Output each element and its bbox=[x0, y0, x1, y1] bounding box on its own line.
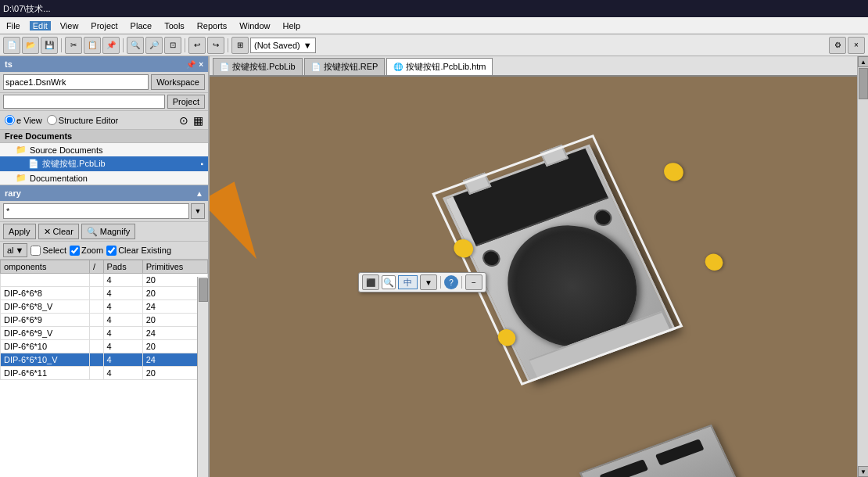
structure-editor-label[interactable]: Structure Editor bbox=[47, 115, 118, 125]
table-row[interactable]: DIP-6*6*8_V 4 24 bbox=[1, 300, 208, 314]
cell-pads: 4 bbox=[103, 274, 142, 287]
cell-pads: 4 bbox=[103, 287, 142, 300]
table-row[interactable]: DIP-6*6*10_V 4 24 bbox=[1, 353, 208, 367]
menu-project[interactable]: Project bbox=[88, 21, 120, 30]
components-table-wrapper: omponents / Pads Primitives 4 20 DIP-6*6… bbox=[0, 260, 208, 477]
apply-button[interactable]: Apply bbox=[3, 224, 36, 239]
structure-editor-radio[interactable] bbox=[47, 115, 57, 125]
workspace-input[interactable] bbox=[3, 74, 149, 90]
ctx-sep2 bbox=[461, 276, 462, 289]
clear-existing-checkbox-label[interactable]: Clear Existing bbox=[106, 246, 171, 256]
ctx-mid-btn[interactable]: 中 bbox=[398, 275, 418, 289]
menu-tools[interactable]: Tools bbox=[161, 21, 188, 30]
lib-search-dropdown[interactable]: ▼ bbox=[191, 203, 205, 219]
cell-pads: 4 bbox=[103, 300, 142, 314]
scrollbar-down-arrow[interactable]: ▼ bbox=[858, 466, 868, 477]
components-table-scroll[interactable]: omponents / Pads Primitives 4 20 DIP-6*6… bbox=[0, 260, 208, 477]
ctx-btn-left[interactable]: ⬛ bbox=[362, 274, 379, 290]
panel-header-icons: 📌 × bbox=[186, 60, 203, 69]
table-row[interactable]: DIP-6*6*11 4 20 bbox=[1, 367, 208, 380]
file-indicator: ▪ bbox=[200, 160, 203, 168]
cut-btn[interactable]: ✂ bbox=[65, 37, 82, 54]
project-input[interactable] bbox=[3, 95, 165, 109]
view-icon1[interactable]: ⊙ bbox=[179, 114, 188, 127]
source-documents-folder[interactable]: 📁 Source Documents bbox=[0, 143, 208, 156]
undo-btn[interactable]: ↩ bbox=[188, 37, 206, 54]
tab-pcblib[interactable]: 📄 按键按钮.PcbLib bbox=[213, 58, 303, 75]
library-expand-icon[interactable]: ▲ bbox=[195, 189, 203, 198]
pad-yellow-2 bbox=[661, 160, 687, 184]
not-saved-dropdown[interactable]: (Not Saved) ▼ bbox=[250, 38, 316, 53]
menu-place[interactable]: Place bbox=[127, 21, 156, 30]
open-btn[interactable]: 📂 bbox=[22, 37, 39, 54]
sep2 bbox=[123, 38, 124, 52]
pcblib-file[interactable]: 📄 按键按钮.PcbLib ▪ bbox=[0, 156, 208, 171]
menu-help[interactable]: Help bbox=[279, 21, 303, 30]
options-dropdown[interactable]: al ▼ bbox=[3, 243, 27, 257]
magnify-button[interactable]: 🔍 Magnify bbox=[81, 224, 136, 239]
project-row: Project bbox=[0, 93, 208, 111]
table-row[interactable]: DIP-6*6*10 4 20 bbox=[1, 340, 208, 353]
view-radio[interactable] bbox=[5, 115, 15, 125]
panel-pin-icon[interactable]: 📌 bbox=[186, 60, 195, 69]
tab-rep-label: 按键按钮.REP bbox=[324, 61, 378, 73]
file-tree: Free Documents 📁 Source Documents 📄 按键按钮… bbox=[0, 130, 208, 185]
project-button[interactable]: Project bbox=[167, 95, 205, 109]
menu-reports[interactable]: Reports bbox=[194, 21, 231, 30]
ctx-search-icon[interactable]: 🔍 bbox=[382, 275, 396, 289]
tab-rep[interactable]: 📄 按键按钮.REP bbox=[304, 58, 386, 75]
right-scrollbar[interactable]: ▲ ▼ bbox=[857, 56, 868, 477]
lib-search-input[interactable] bbox=[3, 203, 189, 219]
zoom-fit-btn[interactable]: ⊡ bbox=[164, 37, 181, 54]
base-pin-2 bbox=[655, 439, 705, 465]
ctx-dropdown-btn[interactable]: ▼ bbox=[420, 274, 437, 290]
menu-view[interactable]: View bbox=[57, 21, 82, 30]
cell-pads: 4 bbox=[103, 353, 142, 367]
paste-btn[interactable]: 📌 bbox=[102, 37, 120, 54]
copy-btn[interactable]: 📋 bbox=[84, 37, 101, 54]
select-checkbox[interactable] bbox=[30, 246, 41, 256]
workspace-button[interactable]: Workspace bbox=[151, 74, 205, 90]
table-row[interactable]: DIP-6*6*9_V 4 24 bbox=[1, 327, 208, 340]
table-row[interactable]: 4 20 bbox=[1, 274, 208, 287]
apply-label: Apply bbox=[9, 227, 30, 236]
zoom-checkbox[interactable] bbox=[70, 246, 80, 256]
documentation-label: Documentation bbox=[30, 174, 88, 183]
save-btn[interactable]: 💾 bbox=[41, 37, 58, 54]
new-btn[interactable]: 📄 bbox=[3, 37, 20, 54]
panel-close-icon[interactable]: × bbox=[199, 60, 203, 69]
zoom-out-btn[interactable]: 🔎 bbox=[145, 37, 163, 54]
close-extra-btn[interactable]: × bbox=[848, 37, 865, 54]
clear-button[interactable]: ✕ Clear bbox=[38, 224, 79, 239]
pcblib-label: 按键按钮.PcbLib bbox=[42, 158, 106, 170]
cell-name: DIP-6*6*10_V bbox=[1, 353, 90, 367]
grid-btn[interactable]: ⊞ bbox=[231, 37, 249, 54]
table-row[interactable]: DIP-6*6*9 4 20 bbox=[1, 314, 208, 327]
clear-existing-label: Clear Existing bbox=[118, 246, 171, 255]
table-scrollbar[interactable] bbox=[197, 277, 208, 477]
zoom-label: Zoom bbox=[81, 246, 103, 255]
ctx-minus-btn[interactable]: − bbox=[465, 274, 482, 290]
scrollbar-thumb bbox=[199, 278, 208, 302]
select-checkbox-label[interactable]: Select bbox=[30, 246, 66, 256]
tab-htm[interactable]: 🌐 按键按钮.PcbLib.htm bbox=[386, 58, 493, 75]
view-icon2[interactable]: ▦ bbox=[193, 114, 203, 127]
cell-pads: 4 bbox=[103, 327, 142, 340]
table-row[interactable]: DIP-6*6*8 4 20 bbox=[1, 287, 208, 300]
menu-file[interactable]: File bbox=[3, 21, 23, 30]
view-label[interactable]: e View bbox=[5, 115, 42, 125]
zoom-in-btn[interactable]: 🔍 bbox=[127, 37, 144, 54]
menu-edit[interactable]: Edit bbox=[30, 21, 51, 30]
menu-window[interactable]: Window bbox=[236, 21, 273, 30]
zoom-checkbox-label[interactable]: Zoom bbox=[70, 246, 103, 256]
redo-btn[interactable]: ↪ bbox=[207, 37, 224, 54]
cell-slash bbox=[89, 340, 103, 353]
cell-slash bbox=[89, 274, 103, 287]
ctx-help-btn[interactable]: ? bbox=[444, 275, 458, 289]
cell-name: DIP-6*6*11 bbox=[1, 367, 90, 380]
documentation-folder[interactable]: 📁 Documentation bbox=[0, 171, 208, 185]
settings-btn[interactable]: ⚙ bbox=[829, 37, 846, 54]
hole-top-left bbox=[479, 248, 503, 270]
clear-existing-checkbox[interactable] bbox=[106, 246, 117, 256]
scrollbar-up-arrow[interactable]: ▲ bbox=[858, 56, 868, 67]
